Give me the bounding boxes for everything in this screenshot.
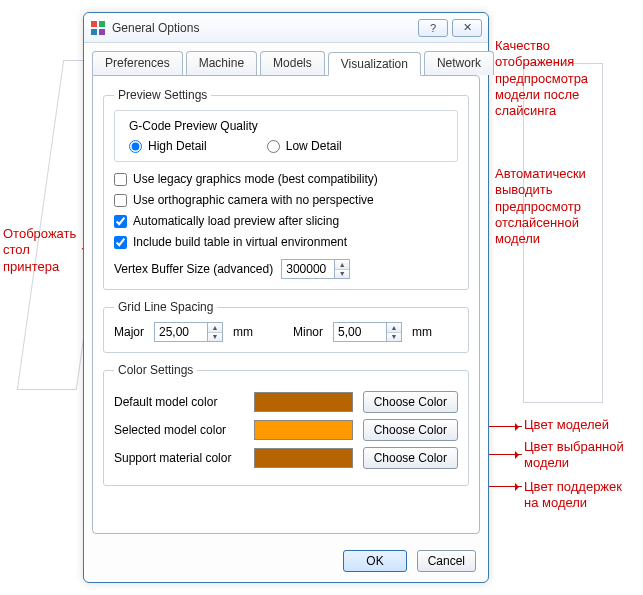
titlebar: General Options ? ✕: [84, 13, 488, 43]
grid-minor-label: Minor: [293, 325, 323, 339]
checkbox-autoload-label: Automatically load preview after slicing: [133, 214, 339, 228]
checkbox-legacy-input[interactable]: [114, 173, 127, 186]
checkbox-legacy[interactable]: Use legacy graphics mode (best compatibi…: [114, 172, 458, 186]
support-color-choose-button[interactable]: Choose Color: [363, 447, 458, 469]
support-color-swatch: [254, 448, 353, 468]
annotation-selected-color: Цвет выбранной модели: [524, 439, 624, 472]
checkbox-ortho-label: Use orthographic camera with no perspect…: [133, 193, 374, 207]
selected-color-swatch: [254, 420, 353, 440]
tab-machine[interactable]: Machine: [186, 51, 257, 75]
spin-up-icon[interactable]: ▲: [335, 260, 349, 270]
spin-up-icon[interactable]: ▲: [387, 323, 401, 333]
grid-major-unit: mm: [233, 325, 253, 339]
selected-color-label: Selected model color: [114, 423, 244, 437]
dialog-button-row: OK Cancel: [84, 542, 488, 582]
app-icon: [90, 20, 106, 36]
tab-panel-visualization: Preview Settings G-Code Preview Quality …: [92, 75, 480, 534]
tab-visualization[interactable]: Visualization: [328, 52, 421, 76]
tab-models[interactable]: Models: [260, 51, 325, 75]
checkbox-table-label: Include build table in virtual environme…: [133, 235, 347, 249]
cancel-button[interactable]: Cancel: [417, 550, 476, 572]
checkbox-table[interactable]: Include build table in virtual environme…: [114, 235, 458, 249]
general-options-dialog: General Options ? ✕ Preferences Machine …: [83, 12, 489, 583]
tab-network[interactable]: Network: [424, 51, 494, 75]
checkbox-table-input[interactable]: [114, 236, 127, 249]
vertex-buffer-spinner[interactable]: ▲▼: [281, 259, 350, 279]
color-settings-group: Color Settings Default model color Choos…: [103, 363, 469, 486]
tab-bar: Preferences Machine Models Visualization…: [84, 43, 488, 75]
radio-low-detail-input[interactable]: [267, 140, 280, 153]
svg-rect-2: [91, 29, 97, 35]
grid-minor-input[interactable]: [334, 323, 386, 341]
radio-high-detail-input[interactable]: [129, 140, 142, 153]
spin-down-icon[interactable]: ▼: [208, 333, 222, 342]
annotation-default-color: Цвет моделей: [524, 417, 609, 433]
checkbox-ortho-input[interactable]: [114, 194, 127, 207]
default-color-row: Default model color Choose Color: [114, 391, 458, 413]
grid-spacing-group: Grid Line Spacing Major ▲▼ mm Minor ▲▼ m…: [103, 300, 469, 353]
spin-down-icon[interactable]: ▼: [335, 270, 349, 279]
spin-up-icon[interactable]: ▲: [208, 323, 222, 333]
default-color-swatch: [254, 392, 353, 412]
svg-rect-3: [99, 29, 105, 35]
svg-rect-0: [91, 21, 97, 27]
support-color-label: Support material color: [114, 451, 244, 465]
svg-rect-1: [99, 21, 105, 27]
radio-high-detail[interactable]: High Detail: [129, 139, 207, 153]
preview-settings-legend: Preview Settings: [114, 88, 211, 102]
grid-minor-unit: mm: [412, 325, 432, 339]
vertex-buffer-input[interactable]: [282, 260, 334, 278]
annotation-table: Отоброжать стол принтера: [3, 226, 76, 275]
annotation-support-color: Цвет поддержек на модели: [524, 479, 622, 512]
grid-major-label: Major: [114, 325, 144, 339]
radio-low-detail[interactable]: Low Detail: [267, 139, 342, 153]
vertex-buffer-row: Vertex Buffer Size (advanced) ▲▼: [114, 259, 458, 279]
grid-spacing-legend: Grid Line Spacing: [114, 300, 217, 314]
default-color-choose-button[interactable]: Choose Color: [363, 391, 458, 413]
support-color-row: Support material color Choose Color: [114, 447, 458, 469]
tab-preferences[interactable]: Preferences: [92, 51, 183, 75]
grid-major-input[interactable]: [155, 323, 207, 341]
color-settings-legend: Color Settings: [114, 363, 197, 377]
close-button[interactable]: ✕: [452, 19, 482, 37]
checkbox-ortho[interactable]: Use orthographic camera with no perspect…: [114, 193, 458, 207]
grid-minor-spinner[interactable]: ▲▼: [333, 322, 402, 342]
checkbox-autoload[interactable]: Automatically load preview after slicing: [114, 214, 458, 228]
checkbox-legacy-label: Use legacy graphics mode (best compatibi…: [133, 172, 378, 186]
annotation-autoload: Автоматически выводить предпросмотр отсл…: [495, 166, 586, 247]
grid-major-spinner[interactable]: ▲▼: [154, 322, 223, 342]
selected-color-choose-button[interactable]: Choose Color: [363, 419, 458, 441]
annotation-quality: Качество отображения предпросмотра модел…: [495, 38, 588, 119]
help-button[interactable]: ?: [418, 19, 448, 37]
gcode-quality-title: G-Code Preview Quality: [125, 119, 262, 133]
spin-down-icon[interactable]: ▼: [387, 333, 401, 342]
selected-color-row: Selected model color Choose Color: [114, 419, 458, 441]
radio-low-detail-label: Low Detail: [286, 139, 342, 153]
checkbox-autoload-input[interactable]: [114, 215, 127, 228]
radio-high-detail-label: High Detail: [148, 139, 207, 153]
gcode-quality-group: G-Code Preview Quality High Detail Low D…: [114, 110, 458, 162]
vertex-buffer-label: Vertex Buffer Size (advanced): [114, 262, 273, 276]
window-title: General Options: [112, 21, 414, 35]
ok-button[interactable]: OK: [343, 550, 406, 572]
default-color-label: Default model color: [114, 395, 244, 409]
preview-settings-group: Preview Settings G-Code Preview Quality …: [103, 88, 469, 290]
